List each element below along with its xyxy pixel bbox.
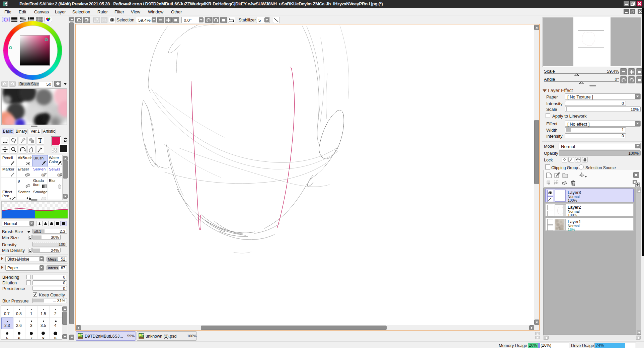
- svg-text:S: S: [43, 173, 44, 177]
